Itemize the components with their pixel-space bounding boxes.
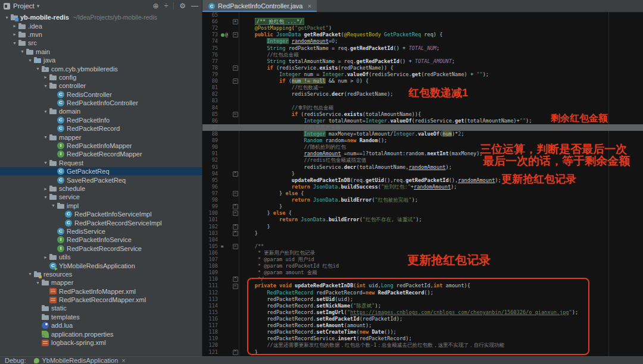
expand-arrow-icon[interactable]: ▸ <box>11 32 18 37</box>
hide-panel-icon[interactable]: — <box>191 2 198 10</box>
fold-gutter[interactable]: − <box>232 65 239 71</box>
tree-item-RedisService[interactable]: CRedisService <box>0 227 202 236</box>
expand-arrow-icon[interactable]: ▾ <box>42 134 49 140</box>
fold-gutter[interactable]: − <box>232 78 239 84</box>
tree-item-com.cyb.ybmobileredis[interactable]: ▾com.cyb.ybmobileredis <box>0 64 202 73</box>
fold-gutter[interactable]: − <box>232 111 239 118</box>
fold-gutter[interactable]: ^ <box>232 224 239 230</box>
expand-arrow-icon[interactable]: ▸ <box>42 74 49 80</box>
tree-item-.mvn[interactable]: ▸.mvn <box>0 30 202 39</box>
fold-gutter[interactable]: ^ <box>232 203 239 210</box>
fold-marker-icon[interactable]: ^ <box>233 231 238 236</box>
fold-gutter[interactable]: − <box>232 190 239 197</box>
tree-item-application.properties[interactable]: application.properties <box>0 330 202 338</box>
fold-marker-icon[interactable]: − <box>233 112 238 117</box>
code-line-78[interactable]: 78− if (redisService.exists(redPacketNam… <box>202 65 643 71</box>
tree-item-controller[interactable]: ▾controller <box>0 81 202 90</box>
tree-item-templates[interactable]: templates <box>0 313 202 321</box>
expand-arrow-icon[interactable]: ▾ <box>19 49 26 54</box>
code-line-98[interactable]: 98 return JsonData.buildError("红包被抢完啦"); <box>202 197 643 203</box>
code-line-88[interactable]: 88 Integer maxMoney=totalAmount/Integer.… <box>202 131 643 137</box>
code-line-96[interactable]: 96 return JsonData.buildSuccess("抢到红包:"+… <box>202 184 643 190</box>
code-line-95[interactable]: 95 updateRedPacketInDB(req.getUid(),req.… <box>202 177 643 184</box>
code-line-104[interactable]: 104 <box>202 237 643 243</box>
expand-arrow-icon[interactable]: ▾ <box>11 40 18 46</box>
fold-marker-icon[interactable]: − <box>233 32 238 37</box>
expand-arrow-icon[interactable]: ▸ <box>11 23 18 29</box>
tree-item-RedPacketRecordServiceImpl[interactable]: CRedPacketRecordServiceImpl <box>0 218 202 227</box>
tree-item-utils[interactable]: ▸utils <box>0 253 202 261</box>
code-line-77[interactable]: 77 String totalAmountName = req.getRedPa… <box>202 58 643 65</box>
debug-session-name[interactable]: YbMobileRedisApplication <box>42 357 118 364</box>
tree-item-RedisController[interactable]: CRedisController <box>0 90 202 99</box>
fold-marker-icon[interactable]: − <box>233 211 238 216</box>
tree-item-resources[interactable]: ▾resources <box>0 270 202 278</box>
expand-arrow-icon[interactable]: ▾ <box>42 109 49 114</box>
code-line-66[interactable]: 66+ /** 抢红包 ...*/ <box>202 18 643 25</box>
fold-marker-icon[interactable]: ^ <box>233 171 238 177</box>
fold-marker-icon[interactable]: − <box>233 191 238 196</box>
expand-arrow-icon[interactable]: ▾ <box>50 203 57 208</box>
fold-marker-icon[interactable]: − <box>233 284 238 289</box>
tree-item-RedPacketRecord[interactable]: CRedPacketRecord <box>0 124 202 133</box>
gear-icon[interactable]: ⚙ <box>179 2 186 10</box>
code-line-80[interactable]: 80− if (num != null && num > 0) { <box>202 78 643 84</box>
tree-item-RedPacketInfoServiceImpl[interactable]: CRedPacketInfoServiceImpl <box>0 210 202 218</box>
expand-arrow-icon[interactable]: ▾ <box>42 194 49 200</box>
tree-item-domain[interactable]: ▾domain <box>0 107 202 115</box>
doc-render-icon[interactable]: ≡ <box>220 243 232 250</box>
tree-item-Request[interactable]: ▾Request <box>0 159 202 167</box>
fold-marker-icon[interactable]: − <box>233 244 238 249</box>
fold-marker-icon[interactable]: + <box>233 19 238 24</box>
code-line-75[interactable]: 75 String redPacketName = req.getRedPack… <box>202 45 643 52</box>
tree-item-src[interactable]: ▾src <box>0 39 202 47</box>
tree-item-RedPacketInfoMapper.xml[interactable]: RedPacketInfoMapper.xml <box>0 287 202 296</box>
fold-marker-icon[interactable]: ^ <box>233 350 238 355</box>
code-line-101[interactable]: 101 return JsonData.buildError("红包不存在, 请… <box>202 216 643 223</box>
javadoc-toggle-icon[interactable]: ≡ <box>221 243 224 250</box>
tree-item-mapper[interactable]: ▾mapper <box>0 133 202 141</box>
locate-icon[interactable]: ⊕ <box>153 2 159 10</box>
tree-item-RedPacketInfoController[interactable]: CRedPacketInfoController <box>0 99 202 107</box>
expand-arrow-icon[interactable]: ▾ <box>35 66 41 71</box>
fold-gutter[interactable]: − <box>232 210 239 216</box>
fold-marker-icon[interactable]: ^ <box>233 224 238 230</box>
chevron-down-icon[interactable]: ▾ <box>37 3 40 9</box>
code-line-94[interactable]: 94^ } <box>202 171 643 177</box>
code-line-100[interactable]: 100− } else { <box>202 210 643 216</box>
fold-marker-icon[interactable]: − <box>233 79 238 84</box>
tree-item-SaveRedPacketReq[interactable]: CSaveRedPacketReq <box>0 175 202 184</box>
tree-item-config[interactable]: ▸config <box>0 73 202 81</box>
tree-item-add.lua[interactable]: add.lua <box>0 321 202 330</box>
collapse-all-icon[interactable]: ÷ <box>164 2 168 10</box>
tree-item-.idea[interactable]: ▸.idea <box>0 21 202 30</box>
tree-item-logback-spring.xml[interactable]: logback-spring.xml <box>0 338 202 347</box>
expand-arrow-icon[interactable]: ▾ <box>42 160 49 165</box>
code-line-105[interactable]: 105≡− /** <box>202 243 643 250</box>
tree-item-main[interactable]: ▾main <box>0 48 202 56</box>
fold-gutter[interactable]: ^ <box>232 171 239 177</box>
code-line-76[interactable]: 76 //红包总金额 <box>202 52 643 58</box>
code-line-97[interactable]: 97− } else { <box>202 190 643 197</box>
tree-item-YbMobileRedisApplication[interactable]: CYbMobileRedisApplication <box>0 261 202 269</box>
code-line-102[interactable]: 102^ } <box>202 224 643 230</box>
code-line-109[interactable]: 109 * @param amount 金额 <box>202 269 643 276</box>
code-line-103[interactable]: 103^ } <box>202 230 643 237</box>
tree-item-RedPacketInfo[interactable]: CRedPacketInfo <box>0 116 202 124</box>
tree-item-RedPacketRecordMapper[interactable]: IRedPacketRecordMapper <box>0 150 202 158</box>
expand-arrow-icon[interactable]: ▾ <box>42 83 49 89</box>
expand-arrow-icon[interactable]: ▾ <box>27 271 33 277</box>
fold-gutter[interactable]: ^ <box>232 349 239 356</box>
tree-item-GetPacketReq[interactable]: CGetPacketReq <box>0 167 202 175</box>
fold-marker-icon[interactable]: ^ <box>233 204 238 209</box>
tree-item-static[interactable]: static <box>0 304 202 312</box>
code-line-99[interactable]: 99^ } <box>202 203 643 210</box>
code-line-72[interactable]: 72 @PostMapping("getPacket") <box>202 25 643 32</box>
tree-item-RedPacketRecordMapper.xml[interactable]: RedPacketRecordMapper.xml <box>0 296 202 304</box>
expand-arrow-icon[interactable]: ▾ <box>27 58 33 63</box>
expand-arrow-icon[interactable]: ▸ <box>42 186 49 192</box>
editor-tab-active[interactable]: C RedPacketInfoController.java × <box>202 0 317 12</box>
fold-marker-icon[interactable]: − <box>233 65 238 71</box>
tree-item-mapper[interactable]: ▾mapper <box>0 278 202 287</box>
code-line-84[interactable]: 84 //拿到红包总金额 <box>202 105 643 111</box>
